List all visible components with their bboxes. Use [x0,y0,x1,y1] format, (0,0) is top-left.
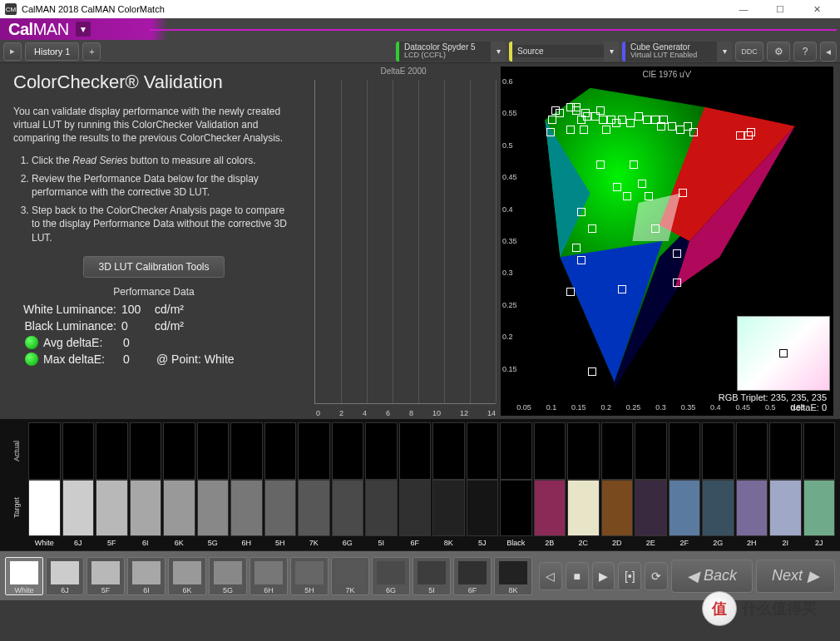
swatch-actual[interactable] [28,422,61,480]
swatch-actual[interactable] [365,422,398,480]
swatch-actual[interactable] [163,422,195,480]
swatch-actual[interactable] [130,422,162,480]
generator-selector[interactable]: Cube GeneratorVirtual LUT Enabled ▾ [622,42,732,62]
swatch-target[interactable] [467,480,499,537]
swatch-target[interactable] [96,480,128,537]
swatch-target[interactable] [62,480,95,537]
left-panel: ColorChecker® Validation You can validat… [0,63,308,419]
thumb-7k[interactable]: 7K [331,557,369,595]
read-series-button[interactable]: [•] [618,562,641,590]
avg-deltae-label: Avg deltaE: [43,336,123,349]
swatch-actual[interactable] [669,422,701,480]
minimize-button[interactable]: — [725,0,762,18]
swatch-label: 2D [601,539,634,547]
thumb-6h[interactable]: 6H [250,557,288,595]
swatch-label: 5H [264,539,297,547]
deltae-chart-panel: DeltaE 2000 02468101214 [308,63,499,419]
swatch-target[interactable] [197,480,230,537]
thumb-6i[interactable]: 6I [127,557,166,595]
swatch-target[interactable] [803,480,836,537]
swatch-target[interactable] [769,480,802,537]
swatch-target[interactable] [736,480,768,537]
swatch-actual[interactable] [432,422,465,480]
swatch-label: 8K [432,539,465,547]
swatch-target[interactable] [635,480,667,537]
swatch-target[interactable] [669,480,701,537]
thumb-5h[interactable]: 5H [290,557,329,595]
swatch-target[interactable] [500,480,532,537]
thumb-6j[interactable]: 6J [46,557,84,595]
thumb-5g[interactable]: 5G [209,557,247,595]
cie-inset [737,316,830,391]
swatch-actual[interactable] [399,422,432,480]
collapse-button[interactable]: ◂ [820,42,837,62]
swatch-actual[interactable] [769,422,802,480]
swatch-actual[interactable] [803,422,836,480]
add-tab-button[interactable]: + [82,42,101,61]
swatch-actual[interactable] [635,422,667,480]
help-button[interactable]: ? [793,42,817,62]
chevron-down-icon: ▾ [717,42,732,62]
performance-data-title: Performance Data [13,286,294,298]
swatch-target[interactable] [298,480,330,537]
play-button[interactable]: ▶ [592,562,615,590]
brand-menu-button[interactable]: ▾ [76,22,91,37]
thumb-6g[interactable]: 6G [372,557,410,595]
swatch-target[interactable] [432,480,465,537]
swatch-label: 2B [534,539,566,547]
thumb-5f[interactable]: 5F [86,557,125,595]
swatch-target[interactable] [28,480,61,537]
swatch-target[interactable] [130,480,162,537]
lut-tools-button[interactable]: 3D LUT Calibration Tools [83,256,225,278]
swatch-actual[interactable] [702,422,734,480]
maximize-button[interactable]: ☐ [762,0,798,18]
swatch-actual[interactable] [567,422,600,480]
swatch-actual[interactable] [736,422,768,480]
swatch-actual[interactable] [264,422,297,480]
meter-selector[interactable]: Datacolor Spyder 5LCD (CCFL) ▾ [396,42,506,62]
history-tab[interactable]: History 1 [25,42,79,61]
swatch-actual[interactable] [332,422,364,480]
nav-expand-button[interactable]: ▸ [3,42,22,61]
source-selector[interactable]: Source ▾ [509,42,619,62]
thumb-5i[interactable]: 5I [413,557,451,595]
loop-button[interactable]: ⟳ [645,562,668,590]
ddc-button[interactable]: DDC [735,42,763,62]
next-button[interactable]: Next▶ [756,560,835,593]
swatch-actual[interactable] [230,422,263,480]
swatch-actual[interactable] [601,422,634,480]
main-area: ColorChecker® Validation You can validat… [0,63,840,419]
swatch-target[interactable] [163,480,195,537]
swatch-target[interactable] [702,480,734,537]
step-1: Click the Read Series button to measure … [32,154,294,167]
swatch-actual[interactable] [96,422,128,480]
deltae-chart [314,80,496,404]
back-button[interactable]: ◀Back [671,560,753,593]
intro-text: You can validate display performance wit… [13,105,294,145]
swatch-actual[interactable] [467,422,499,480]
swatch-actual[interactable] [500,422,532,480]
close-button[interactable]: ✕ [798,0,835,18]
chevron-down-icon: ▾ [491,42,506,62]
swatch-actual[interactable] [298,422,330,480]
window-title: CalMAN 2018 CalMAN ColorMatch [22,4,165,14]
swatch-target[interactable] [534,480,566,537]
thumb-6k[interactable]: 6K [168,557,206,595]
stop-button[interactable]: ■ [566,562,589,590]
swatch-target[interactable] [365,480,398,537]
swatch-target[interactable] [264,480,297,537]
swatch-actual[interactable] [62,422,95,480]
thumb-6f[interactable]: 6F [453,557,492,595]
swatch-actual[interactable] [197,422,230,480]
swatch-target[interactable] [332,480,364,537]
swatch-target[interactable] [230,480,263,537]
swatch-target[interactable] [601,480,634,537]
settings-button[interactable]: ⚙ [767,42,790,62]
swatch-actual[interactable] [534,422,566,480]
thumb-8k[interactable]: 8K [494,557,532,595]
swatch-target[interactable] [567,480,600,537]
thumb-white[interactable]: White [5,557,43,595]
swatch-label: White [28,539,61,547]
prev-button[interactable]: ◁ [539,562,562,590]
swatch-target[interactable] [399,480,432,537]
